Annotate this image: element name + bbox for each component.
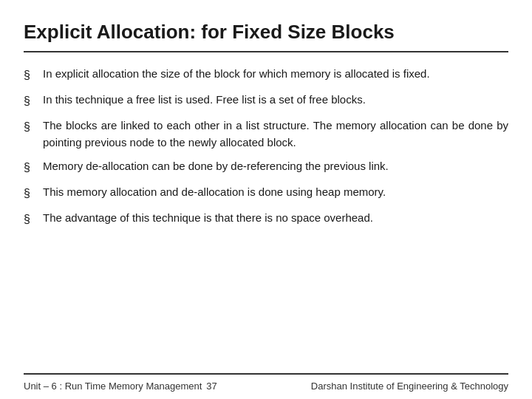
bullet-symbol: § [24,118,38,136]
footer-unit-label: Unit – 6 : Run Time Memory Management [24,381,202,392]
bullet-text: This memory allocation and de-allocation… [43,184,508,201]
slide-container: Explicit Allocation: for Fixed Size Bloc… [0,0,532,399]
footer-left: Unit – 6 : Run Time Memory Management 37 [24,381,217,392]
slide-content: §In explicit allocation the size of the … [24,66,508,373]
bullet-item: §Memory de-allocation can be done by de-… [24,158,508,177]
bullet-symbol: § [24,66,38,84]
bullet-symbol: § [24,211,38,228]
bullet-symbol: § [24,92,38,110]
footer-institution: Darshan Institute of Engineering & Techn… [311,381,508,392]
footer: Unit – 6 : Run Time Memory Management 37… [24,373,508,399]
bullet-symbol: § [24,159,38,177]
footer-page: 37 [206,381,216,392]
bullet-text: In this technique a free list is used. F… [43,92,508,109]
bullet-item: §In explicit allocation the size of the … [24,66,508,84]
bullet-item: §The advantage of this technique is that… [24,210,508,228]
bullet-item: §The blocks are linked to each other in … [24,117,508,151]
bullet-item: §In this technique a free list is used. … [24,92,508,110]
bullet-text: The blocks are linked to each other in a… [43,117,508,151]
slide-title: Explicit Allocation: for Fixed Size Bloc… [24,21,508,52]
bullet-text: The advantage of this technique is that … [43,210,508,227]
bullet-text: Memory de-allocation can be done by de-r… [43,158,508,175]
bullet-symbol: § [24,185,38,202]
bullet-text: In explicit allocation the size of the b… [43,66,508,83]
bullet-item: §This memory allocation and de-allocatio… [24,184,508,202]
